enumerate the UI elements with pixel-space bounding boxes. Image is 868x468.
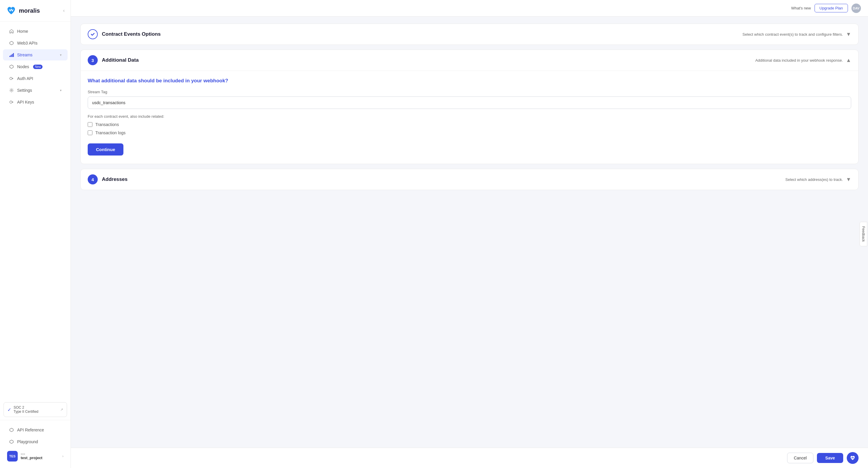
sidebar: moralis ‹ Home Web3 APIs Streams ▾	[0, 0, 71, 468]
sidebar-item-settings[interactable]: Settings ▾	[3, 85, 68, 96]
nodes-icon	[9, 64, 14, 69]
moralis-logo-icon	[6, 5, 17, 16]
additional-data-subtitle: Additional data included in your webhook…	[755, 58, 843, 63]
project-selector[interactable]: TES xxx test_project ›	[2, 448, 68, 464]
settings-chevron-icon: ▾	[60, 89, 62, 92]
contract-events-header-right: Select which contract event(s) to track …	[743, 31, 851, 37]
transactions-checkbox[interactable]	[88, 122, 92, 127]
transaction-logs-checkbox[interactable]	[88, 130, 92, 135]
authapi-icon	[9, 76, 14, 81]
sidebar-item-apireference[interactable]: API Reference	[3, 424, 68, 436]
sidebar-item-streams-label: Streams	[17, 53, 32, 57]
transactions-checkbox-row: Transactions	[88, 122, 851, 127]
transactions-checkbox-label[interactable]: Transactions	[95, 122, 119, 127]
sidebar-nav: Home Web3 APIs Streams ▾ Nodes New	[0, 22, 70, 399]
addresses-step-badge: 4	[88, 174, 98, 185]
apikeys-icon	[9, 99, 14, 105]
content-area: Contract Events Options Select which con…	[71, 16, 868, 448]
sidebar-logo: moralis ‹	[0, 0, 70, 22]
streams-chevron-icon: ▾	[60, 53, 62, 57]
sidebar-item-streams[interactable]: Streams ▾	[3, 49, 68, 61]
svg-point-9	[11, 90, 12, 91]
feedback-tab[interactable]: Feedback	[860, 222, 867, 246]
sidebar-collapse-button[interactable]: ‹	[63, 8, 65, 13]
contract-events-card: Contract Events Options Select which con…	[80, 24, 859, 45]
upgrade-plan-button[interactable]: Upgrade Plan	[814, 4, 848, 12]
addresses-title: Addresses	[102, 176, 128, 182]
svg-rect-2	[11, 55, 11, 57]
contract-events-header[interactable]: Contract Events Options Select which con…	[81, 24, 858, 44]
sidebar-bottom: API Reference Playground TES xxx test_pr…	[0, 420, 70, 468]
settings-icon	[9, 88, 14, 93]
additional-data-step-badge: 3	[88, 55, 98, 65]
project-info: xxx test_project	[21, 453, 59, 460]
sidebar-item-apireference-label: API Reference	[17, 428, 44, 432]
svg-marker-5	[10, 65, 13, 68]
sidebar-item-apikeys-label: API Keys	[17, 100, 34, 104]
contract-events-subtitle: Select which contract event(s) to track …	[743, 32, 843, 37]
webhook-question: What additional data should be included …	[88, 78, 851, 84]
footer-bar: Cancel Save	[71, 448, 868, 468]
contract-events-step-badge	[88, 29, 98, 39]
nodes-new-badge: New	[33, 65, 42, 69]
additional-data-body: What additional data should be included …	[81, 70, 858, 164]
cancel-button[interactable]: Cancel	[787, 453, 814, 463]
svg-rect-4	[13, 53, 14, 57]
sidebar-item-apikeys[interactable]: API Keys	[3, 97, 68, 108]
sidebar-item-home-label: Home	[17, 29, 28, 34]
project-label-text: xxx	[21, 453, 59, 456]
sidebar-item-playground[interactable]: Playground	[3, 436, 68, 447]
additional-data-title: Additional Data	[102, 57, 139, 63]
contract-events-title: Contract Events Options	[102, 31, 161, 37]
svg-marker-14	[10, 440, 13, 443]
addresses-header-right: Select which address(es) to track. ▼	[785, 176, 851, 183]
svg-marker-13	[10, 428, 13, 432]
sidebar-item-nodes-label: Nodes	[17, 64, 29, 69]
addresses-header[interactable]: 4 Addresses Select which address(es) to …	[81, 169, 858, 190]
moralis-footer-button[interactable]	[847, 452, 859, 464]
external-link-icon: ↗	[60, 407, 63, 412]
sidebar-item-settings-label: Settings	[17, 88, 32, 93]
contract-events-header-left: Contract Events Options	[88, 29, 161, 39]
soc2-text: SOC 2 Type II Certified	[13, 405, 38, 414]
continue-button[interactable]: Continue	[88, 143, 123, 156]
addresses-subtitle: Select which address(es) to track.	[785, 177, 843, 182]
include-related-label: For each contract event, also include re…	[88, 114, 851, 119]
soc2-badge[interactable]: ✓ SOC 2 Type II Certified ↗	[4, 402, 67, 417]
project-chevron-icon: ›	[62, 454, 63, 458]
sidebar-item-home[interactable]: Home	[3, 26, 68, 37]
additional-data-header-left: 3 Additional Data	[88, 55, 139, 65]
topbar: What's new Upgrade Plan DAV	[71, 0, 868, 16]
transaction-logs-checkbox-label[interactable]: Transaction logs	[95, 130, 125, 135]
logo[interactable]: moralis	[6, 5, 40, 16]
additional-data-chevron-icon: ▲	[846, 57, 851, 63]
addresses-header-left: 4 Addresses	[88, 174, 128, 185]
additional-data-card: 3 Additional Data Additional data includ…	[80, 49, 859, 164]
streams-icon	[9, 52, 14, 58]
contract-events-chevron-icon: ▼	[846, 31, 851, 37]
project-avatar: TES	[7, 451, 18, 462]
sidebar-item-nodes[interactable]: Nodes New	[3, 61, 68, 72]
sidebar-item-web3apis-label: Web3 APIs	[17, 41, 37, 45]
svg-rect-1	[9, 56, 10, 57]
stream-tag-input[interactable]	[88, 97, 851, 109]
web3apis-icon	[9, 40, 14, 46]
transaction-logs-checkbox-row: Transaction logs	[88, 130, 851, 135]
stream-tag-label: Stream Tag	[88, 90, 851, 94]
sidebar-item-playground-label: Playground	[17, 439, 38, 444]
additional-data-header[interactable]: 3 Additional Data Additional data includ…	[81, 50, 858, 70]
addresses-card: 4 Addresses Select which address(es) to …	[80, 169, 859, 190]
logo-text: moralis	[19, 7, 40, 14]
playground-icon	[9, 439, 14, 444]
whats-new-link[interactable]: What's new	[791, 6, 811, 10]
save-button[interactable]: Save	[817, 453, 843, 463]
user-avatar[interactable]: DAV	[851, 4, 861, 13]
apireference-icon	[9, 427, 14, 433]
sidebar-item-authapi[interactable]: Auth API	[3, 73, 68, 84]
project-name-text: test_project	[21, 456, 59, 460]
sidebar-item-web3apis[interactable]: Web3 APIs	[3, 37, 68, 49]
svg-marker-0	[10, 41, 13, 45]
svg-point-10	[10, 101, 12, 103]
home-icon	[9, 29, 14, 34]
svg-rect-3	[12, 54, 13, 57]
